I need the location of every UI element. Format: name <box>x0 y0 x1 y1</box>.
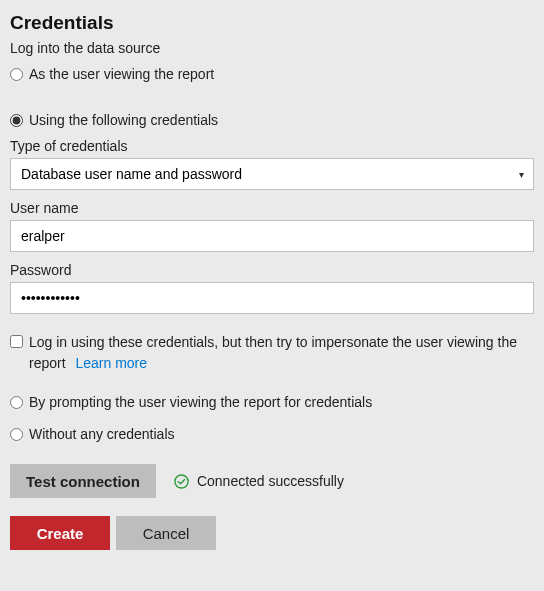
radio-as-user[interactable]: As the user viewing the report <box>10 66 534 82</box>
page-title: Credentials <box>10 12 534 34</box>
impersonate-checkbox[interactable] <box>10 335 23 348</box>
radio-by-prompting[interactable]: By prompting the user viewing the report… <box>10 394 534 410</box>
radio-as-user-label: As the user viewing the report <box>29 66 214 82</box>
radio-without-input[interactable] <box>10 428 23 441</box>
check-circle-icon <box>174 474 189 489</box>
password-label: Password <box>10 262 534 278</box>
connection-status-text: Connected successfully <box>197 473 344 489</box>
connection-status: Connected successfully <box>174 473 344 489</box>
radio-by-prompting-input[interactable] <box>10 396 23 409</box>
radio-using-following-input[interactable] <box>10 114 23 127</box>
svg-point-0 <box>175 474 188 487</box>
test-connection-button[interactable]: Test connection <box>10 464 156 498</box>
radio-as-user-input[interactable] <box>10 68 23 81</box>
type-of-credentials-select-wrap[interactable]: Database user name and password ▾ <box>10 158 534 190</box>
radio-using-following-label: Using the following credentials <box>29 112 218 128</box>
username-input[interactable] <box>10 220 534 252</box>
radio-without[interactable]: Without any credentials <box>10 426 534 442</box>
type-of-credentials-label: Type of credentials <box>10 138 534 154</box>
learn-more-link[interactable]: Learn more <box>75 355 147 371</box>
page-subtitle: Log into the data source <box>10 40 534 56</box>
impersonate-checkbox-row[interactable]: Log in using these credentials, but then… <box>10 332 534 374</box>
username-label: User name <box>10 200 534 216</box>
password-input[interactable] <box>10 282 534 314</box>
type-of-credentials-select[interactable]: Database user name and password <box>10 158 534 190</box>
create-button[interactable]: Create <box>10 516 110 550</box>
radio-using-following[interactable]: Using the following credentials <box>10 112 534 128</box>
cancel-button[interactable]: Cancel <box>116 516 216 550</box>
radio-by-prompting-label: By prompting the user viewing the report… <box>29 394 372 410</box>
radio-without-label: Without any credentials <box>29 426 175 442</box>
